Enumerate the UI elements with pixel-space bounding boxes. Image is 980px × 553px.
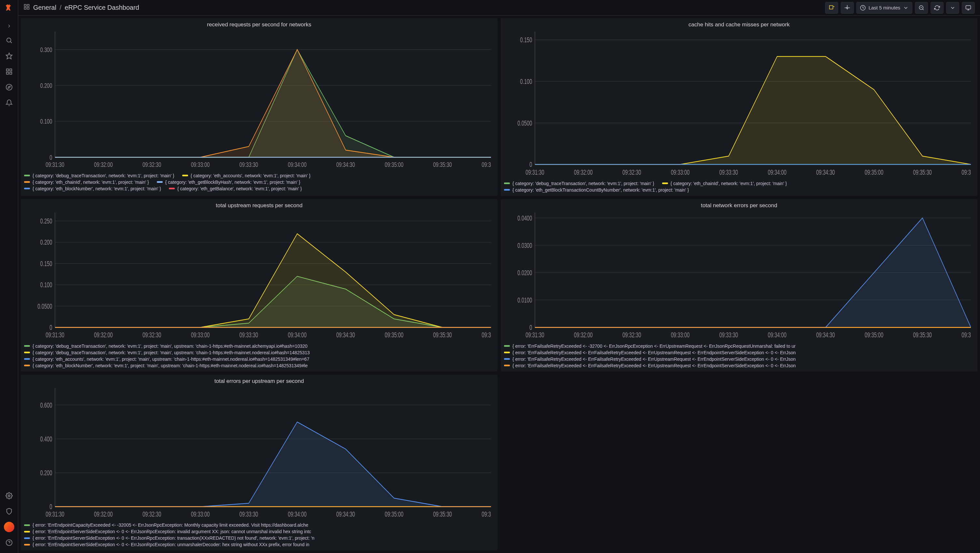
legend-item[interactable]: { error: 'ErrEndpointServerSideException… xyxy=(24,536,314,540)
panel-title: received requests per second for network… xyxy=(21,18,498,30)
dashboard-settings-button[interactable] xyxy=(841,2,854,14)
help-icon[interactable] xyxy=(3,536,16,549)
zoom-out-button[interactable] xyxy=(915,2,928,14)
legend-swatch xyxy=(24,531,30,532)
add-panel-button[interactable] xyxy=(825,2,838,14)
search-icon[interactable] xyxy=(3,34,16,47)
legend-item[interactable]: { category: 'debug_traceTransaction', ne… xyxy=(504,181,654,186)
sidebar xyxy=(0,0,18,553)
svg-point-7 xyxy=(6,84,12,90)
svg-text:09:35:00: 09:35:00 xyxy=(864,331,883,338)
legend: { category: 'debug_traceTransaction', ne… xyxy=(21,171,498,196)
svg-marker-8 xyxy=(8,86,10,88)
settings-icon[interactable] xyxy=(3,489,16,502)
chart[interactable]: 00.2000.4000.60009:31:3009:32:0009:32:30… xyxy=(21,386,498,520)
legend-item[interactable]: { category: 'eth_chainId', network: 'evm… xyxy=(662,181,787,186)
breadcrumb-page[interactable]: eRPC Service Dashboard xyxy=(65,4,139,11)
legend-swatch xyxy=(24,358,30,360)
star-icon[interactable] xyxy=(3,49,16,62)
legend-label: { error: 'ErrFailsafeRetryExceeded <- -3… xyxy=(512,343,795,349)
sidebar-expand-button[interactable] xyxy=(3,19,16,33)
legend-item[interactable]: { category: 'debug_traceTransaction', ne… xyxy=(24,343,307,349)
chart[interactable]: 00.01000.02000.03000.040009:31:3009:32:0… xyxy=(501,211,977,342)
svg-text:09:35:00: 09:35:00 xyxy=(385,161,403,168)
svg-text:09:34:00: 09:34:00 xyxy=(768,168,786,176)
panel[interactable]: total network errors per second00.01000.… xyxy=(501,199,977,372)
avatar[interactable] xyxy=(3,520,16,534)
svg-text:0.100: 0.100 xyxy=(40,281,52,289)
shield-icon[interactable] xyxy=(3,505,16,518)
legend-item[interactable]: { error: 'ErrFailsafeRetryExceeded <- Er… xyxy=(504,350,796,355)
svg-marker-2 xyxy=(6,53,12,59)
legend-label: { category: 'eth_blockNumber', network: … xyxy=(33,363,308,368)
svg-text:09:35:30: 09:35:30 xyxy=(433,331,452,338)
svg-text:09:35:30: 09:35:30 xyxy=(913,168,932,176)
explore-icon[interactable] xyxy=(3,81,16,94)
legend-label: { category: 'eth_getBalance', network: '… xyxy=(177,186,302,191)
chart[interactable]: 00.05000.1000.1500.2000.25009:31:3009:32… xyxy=(21,211,498,342)
svg-text:09:33:00: 09:33:00 xyxy=(671,168,689,176)
legend-item[interactable]: { error: 'ErrEndpointServerSideException… xyxy=(24,542,309,547)
legend-label: { category: 'eth_getBlockTransactionCoun… xyxy=(512,188,689,192)
svg-text:0.300: 0.300 xyxy=(40,46,52,53)
svg-text:0: 0 xyxy=(49,323,52,331)
dashboards-icon[interactable] xyxy=(3,65,16,78)
svg-point-0 xyxy=(6,38,11,42)
legend-item[interactable]: { category: 'eth_blockNumber', network: … xyxy=(24,186,161,191)
legend-item[interactable]: { error: 'ErrEndpointServerSideException… xyxy=(24,529,311,534)
legend-item[interactable]: { category: 'eth_accounts', network: 'ev… xyxy=(182,173,311,178)
svg-text:0.100: 0.100 xyxy=(520,78,532,86)
tv-mode-button[interactable] xyxy=(962,2,975,14)
legend-item[interactable]: { error: 'ErrFailsafeRetryExceeded <- Er… xyxy=(504,356,796,362)
legend-item[interactable]: { error: 'ErrEndpointCapacityExceeded <-… xyxy=(24,523,309,528)
svg-text:09:32:00: 09:32:00 xyxy=(94,331,113,338)
legend-item[interactable]: { category: 'eth_getBalance', network: '… xyxy=(169,186,302,191)
apps-icon[interactable] xyxy=(24,3,30,12)
legend-label: { error: 'ErrFailsafeRetryExceeded <- Er… xyxy=(512,356,796,362)
svg-text:09:34:00: 09:34:00 xyxy=(288,510,307,518)
chart[interactable]: 00.05000.1000.15009:31:3009:32:0009:32:3… xyxy=(501,30,977,179)
legend-label: { category: 'eth_accounts', network: 'ev… xyxy=(191,173,311,178)
svg-rect-5 xyxy=(6,72,8,74)
svg-text:09:33:30: 09:33:30 xyxy=(239,510,258,518)
legend-label: { category: 'eth_blockNumber', network: … xyxy=(33,186,161,191)
legend-item[interactable]: { category: 'eth_accounts', network: 'ev… xyxy=(24,356,309,362)
refresh-interval-button[interactable] xyxy=(946,2,959,14)
legend-item[interactable]: { category: 'debug_traceTransaction', ne… xyxy=(24,173,174,178)
legend-item[interactable]: { category: 'debug_traceTransaction', ne… xyxy=(24,350,310,355)
legend-item[interactable]: { category: 'eth_getBlockByHash', networ… xyxy=(157,180,300,185)
svg-point-9 xyxy=(8,495,10,497)
legend-item[interactable]: { error: 'ErrFailsafeRetryExceeded <- Er… xyxy=(504,363,796,368)
breadcrumb-parent[interactable]: General xyxy=(33,4,56,11)
panel[interactable]: total errors per upstream per second00.2… xyxy=(21,375,498,550)
legend-label: { error: 'ErrEndpointServerSideException… xyxy=(33,529,311,534)
legend-swatch xyxy=(504,183,510,184)
svg-text:09:33:30: 09:33:30 xyxy=(239,331,258,338)
legend-swatch xyxy=(504,358,510,360)
legend-item[interactable]: { category: 'eth_chainId', network: 'evm… xyxy=(24,180,149,185)
alerting-icon[interactable] xyxy=(3,96,16,109)
legend-item[interactable]: { error: 'ErrFailsafeRetryExceeded <- -3… xyxy=(504,343,795,349)
chart[interactable]: 00.1000.2000.30009:31:3009:32:0009:32:30… xyxy=(21,30,498,171)
svg-text:09:31:30: 09:31:30 xyxy=(46,161,64,168)
legend: { error: 'ErrEndpointCapacityExceeded <-… xyxy=(21,520,498,550)
svg-text:0: 0 xyxy=(49,154,52,161)
panel[interactable]: received requests per second for network… xyxy=(21,18,498,196)
legend-swatch xyxy=(24,537,30,539)
legend-swatch xyxy=(504,189,510,191)
breadcrumb: General / eRPC Service Dashboard xyxy=(24,3,139,12)
panel[interactable]: total upstream requests per second00.050… xyxy=(21,199,498,372)
time-picker[interactable]: Last 5 minutes xyxy=(856,2,912,14)
panel[interactable]: cache hits and cache misses per network0… xyxy=(501,18,977,196)
legend-swatch xyxy=(504,365,510,366)
svg-text:09:36:00: 09:36:00 xyxy=(482,161,491,168)
legend-item[interactable]: { category: 'eth_blockNumber', network: … xyxy=(24,363,308,368)
svg-text:0.600: 0.600 xyxy=(40,401,52,408)
refresh-button[interactable] xyxy=(931,2,943,14)
legend-item[interactable]: { category: 'eth_getBlockTransactionCoun… xyxy=(504,188,689,192)
svg-text:09:35:30: 09:35:30 xyxy=(433,161,452,168)
legend-label: { category: 'debug_traceTransaction', ne… xyxy=(33,173,174,178)
svg-text:09:34:00: 09:34:00 xyxy=(288,161,307,168)
grafana-logo[interactable] xyxy=(3,3,15,14)
panel-title: total errors per upstream per second xyxy=(21,375,498,386)
